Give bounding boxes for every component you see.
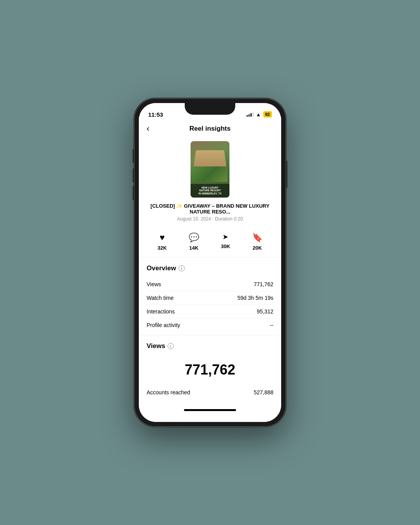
signal-icon — [247, 112, 254, 117]
profile-activity-label: Profile activity — [147, 322, 180, 328]
home-indicator-area — [139, 402, 281, 416]
metric-interactions: Interactions 95,312 — [147, 305, 273, 318]
notch — [185, 103, 235, 115]
views-label: Views — [147, 281, 161, 287]
status-time: 11:53 — [148, 111, 163, 118]
metric-profile-activity: Profile activity -- — [147, 318, 273, 332]
stat-likes: ♥ 32K — [158, 233, 167, 251]
overview-info-icon[interactable]: i — [178, 265, 185, 271]
post-title: [CLOSED] ✨ GIVEAWAY – BRAND NEW LUXURY N… — [139, 203, 281, 216]
reel-thumbnail[interactable]: NEW LUXURY NATURE RESORT IN WIMBERLEY, T… — [191, 141, 229, 198]
saves-count: 20K — [253, 245, 262, 251]
interactions-value: 95,312 — [257, 308, 273, 315]
stat-shares: ➤ 30K — [221, 233, 230, 251]
page-title: Reel insights — [189, 125, 231, 133]
phone-screen: 11:53 ▲ 92 ‹ Reel insights — [139, 103, 281, 422]
watchtime-label: Watch time — [147, 295, 174, 301]
views-section-title: Views — [147, 342, 165, 350]
bookmark-icon: 🔖 — [252, 233, 262, 243]
comments-count: 14K — [189, 245, 199, 251]
views-section-header: Views i — [147, 342, 273, 350]
back-button[interactable]: ‹ — [147, 124, 149, 134]
shares-count: 30K — [221, 243, 230, 249]
overview-section: Overview i Views 771,762 Watch time 59d … — [139, 257, 281, 335]
watchtime-value: 59d 3h 5m 19s — [237, 295, 273, 301]
views-big-number: 771,762 — [147, 355, 273, 386]
accounts-reached-label: Accounts reached — [147, 389, 190, 396]
stat-saves: 🔖 20K — [252, 233, 262, 251]
share-icon: ➤ — [222, 233, 228, 241]
phone-wrapper: 11:53 ▲ 92 ‹ Reel insights — [134, 98, 286, 427]
views-value: 771,762 — [254, 281, 273, 287]
reel-aerial-decoration — [191, 141, 229, 198]
post-date: August 15, 2024 · Duration 0:20 — [139, 216, 281, 228]
views-info-icon[interactable]: i — [168, 343, 174, 349]
wifi-icon: ▲ — [256, 112, 261, 117]
accounts-reached-value: 527,888 — [254, 389, 273, 396]
overview-title: Overview — [147, 264, 176, 272]
stats-row: ♥ 32K 💬 14K ➤ 30K 🔖 20K — [139, 228, 281, 257]
overview-header: Overview i — [147, 264, 273, 272]
metric-accounts-reached: Accounts reached 527,888 — [147, 386, 273, 399]
battery-indicator: 92 — [263, 111, 272, 117]
header: ‹ Reel insights — [139, 120, 281, 137]
heart-icon: ♥ — [159, 233, 164, 243]
reel-thumbnail-container: NEW LUXURY NATURE RESORT IN WIMBERLEY, T… — [139, 137, 281, 203]
screen-content: 11:53 ▲ 92 ‹ Reel insights — [139, 103, 281, 422]
interactions-label: Interactions — [147, 308, 175, 315]
status-icons: ▲ 92 — [247, 111, 272, 117]
profile-activity-value: -- — [270, 322, 273, 328]
views-section: Views i 771,762 Accounts reached 527,888 — [139, 335, 281, 402]
metric-watchtime: Watch time 59d 3h 5m 19s — [147, 291, 273, 305]
likes-count: 32K — [158, 245, 167, 251]
home-indicator — [184, 409, 236, 411]
comment-icon: 💬 — [189, 233, 199, 243]
metric-views: Views 771,762 — [147, 278, 273, 291]
stat-comments: 💬 14K — [189, 233, 199, 251]
